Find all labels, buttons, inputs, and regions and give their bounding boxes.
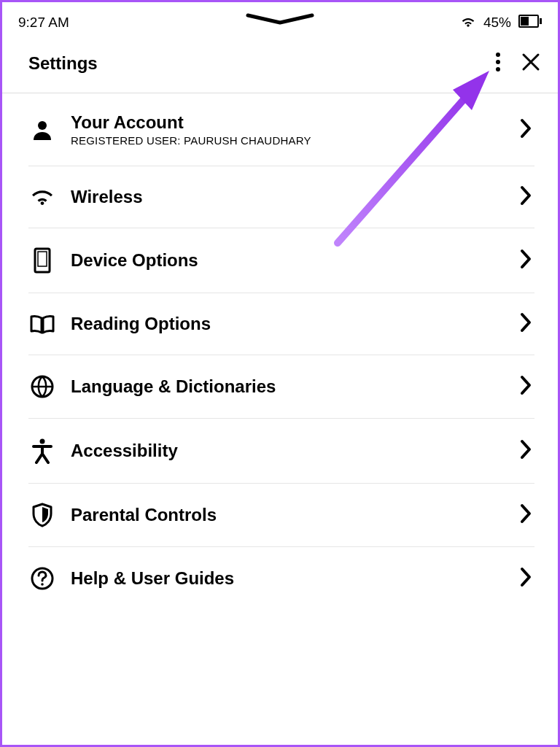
menu-title: Wireless xyxy=(71,187,505,207)
chevron-right-icon xyxy=(520,249,532,272)
chevron-right-icon xyxy=(520,185,532,209)
swipe-handle-icon[interactable] xyxy=(244,12,316,28)
menu-subtitle: REGISTERED USER: PAURUSH CHAUDHARY xyxy=(71,134,505,147)
settings-item-reading-options[interactable]: Reading Options xyxy=(28,293,534,355)
more-options-icon[interactable] xyxy=(495,52,501,75)
settings-item-language-dictionaries[interactable]: Language & Dictionaries xyxy=(28,355,534,419)
menu-text: Parental Controls xyxy=(71,505,505,525)
svg-point-3 xyxy=(496,53,500,57)
svg-rect-2 xyxy=(540,18,542,24)
help-icon xyxy=(28,566,56,591)
svg-point-4 xyxy=(496,60,500,64)
menu-title: Language & Dictionaries xyxy=(71,376,505,397)
settings-item-device-options[interactable]: Device Options xyxy=(28,228,534,293)
menu-text: Your Account REGISTERED USER: PAURUSH CH… xyxy=(71,112,505,147)
menu-text: Reading Options xyxy=(71,314,505,334)
chevron-right-icon xyxy=(520,503,532,527)
wifi-icon xyxy=(460,15,476,31)
settings-item-parental-controls[interactable]: Parental Controls xyxy=(28,484,534,547)
settings-item-help-guides[interactable]: Help & User Guides xyxy=(28,547,534,610)
menu-title: Parental Controls xyxy=(71,505,505,525)
svg-point-5 xyxy=(496,67,500,71)
menu-title: Your Account xyxy=(71,112,505,133)
battery-icon xyxy=(518,15,542,31)
menu-text: Help & User Guides xyxy=(71,568,505,589)
chevron-right-icon xyxy=(520,375,532,398)
settings-header: Settings xyxy=(2,37,558,93)
globe-icon xyxy=(28,374,56,399)
svg-point-10 xyxy=(40,439,45,444)
book-icon xyxy=(28,314,56,334)
header-actions xyxy=(495,52,540,75)
settings-list: Your Account REGISTERED USER: PAURUSH CH… xyxy=(2,93,558,610)
accessibility-icon xyxy=(28,438,56,464)
status-time: 9:27 AM xyxy=(18,15,69,31)
menu-title: Help & User Guides xyxy=(71,568,505,589)
menu-text: Language & Dictionaries xyxy=(71,376,505,397)
chevron-right-icon xyxy=(520,312,532,336)
battery-pct: 45% xyxy=(483,15,511,31)
chevron-right-icon xyxy=(520,118,532,142)
settings-item-accessibility[interactable]: Accessibility xyxy=(28,419,534,484)
close-icon[interactable] xyxy=(521,53,540,74)
svg-point-6 xyxy=(38,121,47,130)
svg-rect-1 xyxy=(521,17,529,26)
account-icon xyxy=(28,118,56,142)
settings-item-wireless[interactable]: Wireless xyxy=(28,166,534,228)
menu-title: Reading Options xyxy=(71,314,505,334)
device-icon xyxy=(28,247,56,274)
svg-point-12 xyxy=(41,583,44,586)
chevron-right-icon xyxy=(520,439,532,462)
svg-rect-7 xyxy=(35,249,50,272)
menu-text: Device Options xyxy=(71,250,505,271)
menu-text: Accessibility xyxy=(71,441,505,461)
chevron-right-icon xyxy=(520,567,532,590)
menu-title: Accessibility xyxy=(71,441,505,461)
menu-text: Wireless xyxy=(71,187,505,207)
page-title: Settings xyxy=(28,53,98,74)
svg-rect-8 xyxy=(38,252,47,266)
status-right: 45% xyxy=(460,15,542,31)
wireless-icon xyxy=(28,187,56,207)
settings-item-your-account[interactable]: Your Account REGISTERED USER: PAURUSH CH… xyxy=(28,93,534,166)
menu-title: Device Options xyxy=(71,250,505,271)
shield-icon xyxy=(28,503,56,527)
